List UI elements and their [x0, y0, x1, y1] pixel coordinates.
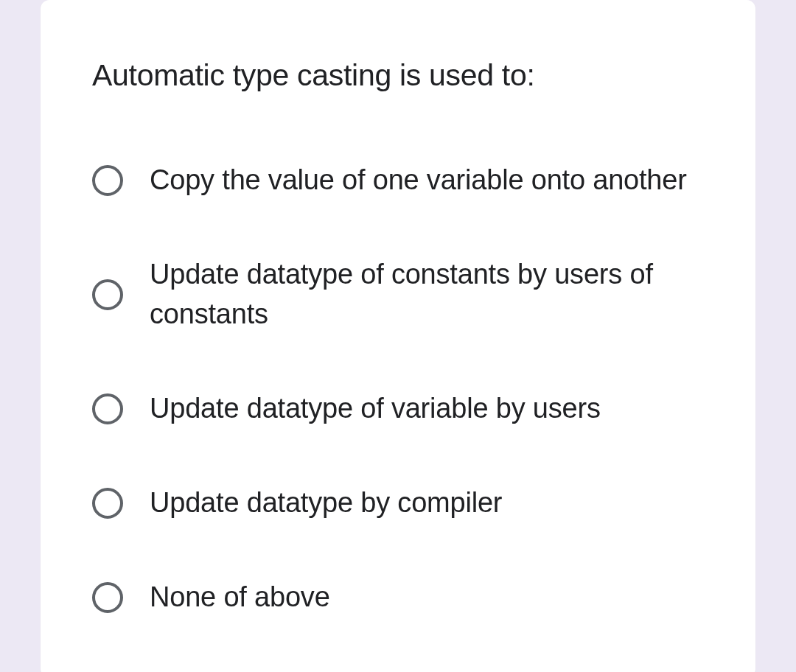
option-row[interactable]: Update datatype of variable by users — [92, 389, 704, 429]
radio-icon — [92, 582, 123, 613]
option-label: Update datatype of variable by users — [150, 389, 601, 429]
option-label: Copy the value of one variable onto anot… — [150, 161, 687, 200]
option-row[interactable]: Update datatype by compiler — [92, 483, 704, 523]
option-row[interactable]: Update datatype of constants by users of… — [92, 255, 704, 335]
radio-icon — [92, 279, 123, 310]
option-label: Update datatype of constants by users of… — [150, 255, 704, 335]
question-text: Automatic type casting is used to: — [92, 55, 704, 96]
question-card: Automatic type casting is used to: Copy … — [41, 0, 755, 672]
radio-icon — [92, 488, 123, 519]
option-row[interactable]: None of above — [92, 578, 704, 617]
radio-icon — [92, 165, 123, 196]
options-list: Copy the value of one variable onto anot… — [92, 161, 704, 617]
option-label: None of above — [150, 578, 330, 617]
option-row[interactable]: Copy the value of one variable onto anot… — [92, 161, 704, 200]
radio-icon — [92, 393, 123, 424]
option-label: Update datatype by compiler — [150, 483, 502, 523]
